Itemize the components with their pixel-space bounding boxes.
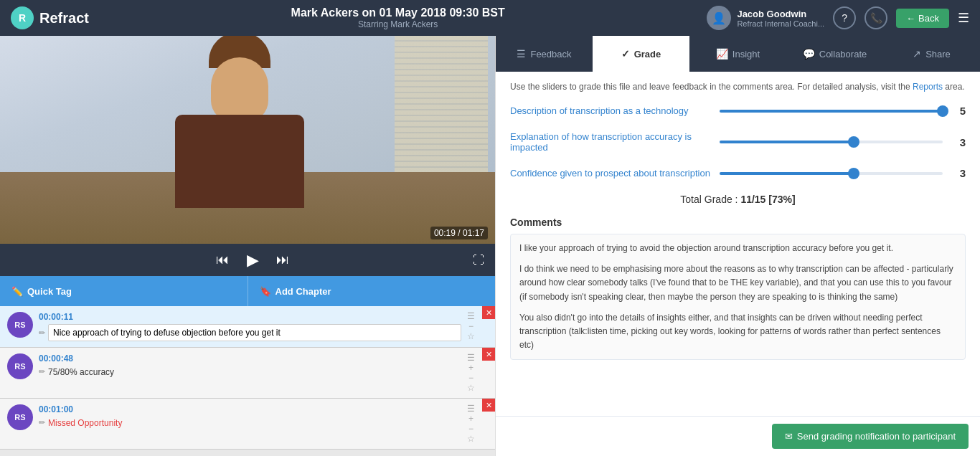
help-button[interactable]: ? [833,6,856,29]
slider-thumb[interactable] [848,168,859,179]
slider-thumb[interactable] [937,105,948,117]
window-blinds [395,36,488,179]
tag-star-btn[interactable]: ☆ [467,434,475,443]
session-title: Mark Ackers on 01 May 2018 09:30 BST [291,6,505,19]
header-center: Mark Ackers on 01 May 2018 09:30 BST Sta… [291,6,505,29]
menu-button[interactable]: ☰ [958,10,969,26]
edit-icon: ✏ [39,367,45,376]
tag-note: 75/80% accuracy [48,367,114,377]
send-notification-button[interactable]: ✉ Send grading notification to participa… [772,424,969,449]
tab-feedback-label: Feedback [530,49,571,60]
controls-center: ⏮ ▶ ⏭ [216,247,289,273]
tab-collaborate-label: Collaborate [819,49,867,60]
slider-row: Description of transcription as a techno… [510,105,966,117]
tag-item: RS 00:00:48 ✏ 75/80% accuracy ☰ + − ☆ ✕ [0,348,495,399]
fastforward-button[interactable]: ⏭ [276,252,289,267]
comment-paragraph: I like your approach of trying to avoid … [519,242,956,255]
tag-avatar: RS [7,404,33,430]
tag-content: 00:00:48 ✏ 75/80% accuracy [39,353,461,377]
back-button[interactable]: ← Back [896,9,949,28]
grade-icon: ✓ [621,48,630,60]
tag-close-button[interactable]: ✕ [482,399,495,412]
tab-grade[interactable]: ✓ Grade [593,36,689,72]
tags-header: ✏️ Quick Tag 🔖 Add Chapter [0,276,495,306]
grade-intro: Use the sliders to grade this file and l… [510,80,966,93]
tag-note-input[interactable] [48,324,461,341]
slider-fill [720,110,943,113]
tag-list-icon[interactable]: ☰ [467,404,475,413]
tag-time: 00:00:48 [39,353,461,364]
add-chapter-button[interactable]: 🔖 Add Chapter [248,276,496,306]
send-btn-area: ✉ Send grading notification to participa… [496,416,980,456]
tag-minus-btn[interactable]: − [467,322,475,331]
tab-collaborate[interactable]: 💬 Collaborate [786,36,883,72]
comments-box: I like your approach of trying to avoid … [510,234,966,360]
tab-insight[interactable]: 📈 Insight [689,36,786,72]
comments-label: Comments [510,217,966,228]
tag-side-buttons: ☰ + − ☆ [467,353,475,392]
comment-paragraph: You also didn't go into the details of i… [519,311,956,353]
tag-side-buttons: ☰ − ☆ [467,312,475,341]
user-text: Jacob Goodwin Refract Internal Coachi... [737,9,824,28]
play-button[interactable]: ▶ [240,247,265,273]
right-panel: ☰ Feedback ✓ Grade 📈 Insight 💬 Collabora… [495,36,980,456]
reports-link[interactable]: Reports [913,82,943,92]
tag-time: 00:01:00 [39,404,461,414]
tag-minus-btn[interactable]: − [467,374,475,382]
slider-value: 3 [951,167,966,179]
slider-track[interactable] [720,172,943,175]
phone-button[interactable]: 📞 [864,6,887,29]
comment-paragraph: I do think we need to be emphasising mor… [519,262,956,304]
tag-close-button[interactable]: ✕ [482,348,495,361]
grade-panel: Use the sliders to grade this file and l… [496,72,980,416]
collaborate-icon: 💬 [803,48,815,60]
rewind-button[interactable]: ⏮ [216,252,229,267]
left-panel: 00:19 / 01:17 ⏮ ▶ ⏭ ⛶ ✏️ Quick Tag 🔖 Add… [0,36,495,456]
session-subtitle: Starring Mark Ackers [291,19,505,29]
tag-note: Missed Opportunity [48,418,122,428]
slider-track[interactable] [720,141,943,143]
logo-text: Refract [39,10,89,27]
tab-feedback[interactable]: ☰ Feedback [496,36,593,72]
tab-share-label: Share [925,49,951,60]
tag-star-btn[interactable]: ☆ [467,332,475,341]
expand-button[interactable]: ⛶ [473,254,484,267]
slider-track[interactable] [720,110,943,113]
tag-star-btn[interactable]: ☆ [467,384,475,392]
tag-plus-btn[interactable]: + [467,364,475,372]
tag-minus-btn[interactable]: − [467,424,475,433]
edit-icon: ✏ [39,418,45,427]
tag-avatar: RS [7,312,33,338]
quick-tag-icon: ✏️ [11,286,23,297]
person [161,65,319,208]
tab-share[interactable]: ↗ Share [883,36,980,72]
tag-time: 00:00:11 [39,312,461,322]
header: R Refract Mark Ackers on 01 May 2018 09:… [0,0,980,36]
tag-content: 00:00:11 ✏ [39,312,461,341]
quick-tag-button[interactable]: ✏️ Quick Tag [0,276,248,306]
video-scene [0,36,495,244]
header-right: 👤 Jacob Goodwin Refract Internal Coachi.… [707,6,969,30]
right-panel-inner: ☰ Feedback ✓ Grade 📈 Insight 💬 Collabora… [496,36,980,456]
video-timestamp: 00:19 / 01:17 [430,227,488,239]
feedback-icon: ☰ [517,48,526,60]
slider-thumb[interactable] [848,136,859,148]
bookmark-icon: 🔖 [260,286,271,297]
send-btn-label: Send grading notification to participant [797,431,956,442]
video-container: 00:19 / 01:17 [0,36,495,244]
edit-icon: ✏ [39,328,45,338]
user-role: Refract Internal Coachi... [737,19,824,28]
main-content: 00:19 / 01:17 ⏮ ▶ ⏭ ⛶ ✏️ Quick Tag 🔖 Add… [0,36,980,456]
user-info: 👤 Jacob Goodwin Refract Internal Coachi.… [707,6,824,30]
slider-fill [720,172,854,175]
tag-list-icon[interactable]: ☰ [467,353,475,362]
user-name: Jacob Goodwin [737,9,824,19]
total-grade: Total Grade : 11/15 [73%] [510,194,966,205]
tabs-row: ☰ Feedback ✓ Grade 📈 Insight 💬 Collabora… [496,36,980,72]
tag-close-button[interactable]: ✕ [482,306,495,319]
back-label: Back [918,13,939,24]
slider-value: 3 [951,136,966,148]
tag-list-icon[interactable]: ☰ [467,312,475,320]
tag-side-buttons: ☰ + − ☆ [467,404,475,443]
tag-plus-btn[interactable]: + [467,414,475,423]
